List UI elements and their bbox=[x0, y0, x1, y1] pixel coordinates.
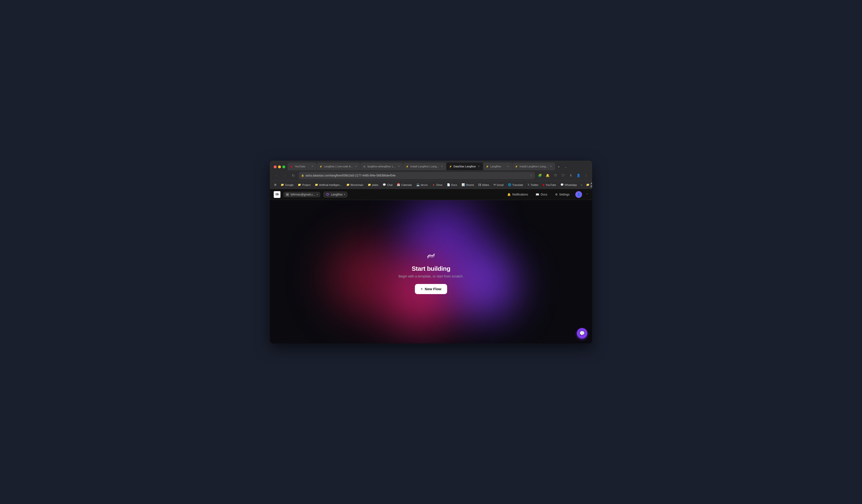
tab-github[interactable]: ⊙ langflow-ai/langflow: L... ✕ bbox=[360, 162, 403, 170]
docs-button[interactable]: 📖 Docs bbox=[534, 191, 549, 197]
bookmark-chat[interactable]: 💬 Chat bbox=[381, 182, 394, 187]
timer-icon[interactable]: ⏱ bbox=[552, 172, 559, 179]
tab-install2-close[interactable]: ✕ bbox=[549, 165, 553, 168]
main-content: Start building Begin with a template, or… bbox=[270, 200, 592, 343]
docs-label: Docs bbox=[541, 193, 547, 196]
tab-youtube-close[interactable]: ✕ bbox=[311, 165, 314, 168]
reload-button[interactable]: ↻ bbox=[290, 172, 297, 179]
workspace-chevron-icon: ▾ bbox=[344, 193, 345, 196]
chat-fab-button[interactable]: 💬 bbox=[577, 328, 587, 339]
app-bar: DS ▤ fyfirman@gmail.c... ▾ Langflow ▾ 🔔 … bbox=[270, 189, 592, 200]
tab-install1[interactable]: ⚡ Install Langflow | Lang... ✕ bbox=[403, 162, 446, 170]
bookmark-whatsapp[interactable]: 💬 WhatsApp bbox=[559, 182, 579, 187]
bookmark-docs[interactable]: 📄 Docs bbox=[445, 182, 459, 187]
tab-youtube[interactable]: ▶ YouTube ✕ bbox=[288, 162, 316, 170]
bookmark-apps-grid[interactable]: ⊞ bbox=[272, 182, 278, 187]
bookmark-slides[interactable]: 🎞 Slides bbox=[476, 183, 491, 187]
tab-datastax-close[interactable]: ✕ bbox=[477, 165, 481, 168]
bookmark-project[interactable]: 📁 Project bbox=[296, 182, 312, 187]
plus-icon: + bbox=[421, 287, 423, 291]
github-favicon: ⊙ bbox=[363, 165, 366, 168]
bookmark-calendar[interactable]: 📅 Calendar bbox=[395, 182, 414, 187]
bookmark-drive-label: Drive bbox=[436, 184, 443, 186]
tab-datastax[interactable]: ⚡ DataStax Langflow ✕ bbox=[446, 162, 483, 170]
tab-install2-label: Install Langflow | Lang... bbox=[520, 165, 548, 168]
tab-langflow1[interactable]: ⚡ Langflow | Low-code A... ✕ bbox=[317, 162, 360, 170]
download-icon[interactable]: ⬇ bbox=[567, 172, 574, 179]
url-display: astra.datastax.com/langflow/936b1fa5-217… bbox=[305, 174, 528, 177]
tab-langflow2[interactable]: ⚡ Langflow ✕ bbox=[483, 162, 512, 170]
user-avatar[interactable]: 👤 bbox=[575, 191, 582, 198]
bookmark-devto[interactable]: 💻 dev.to bbox=[414, 182, 430, 187]
install2-favicon: ⚡ bbox=[515, 165, 518, 168]
bookmark-gmail[interactable]: ✉ Gmail bbox=[492, 182, 506, 187]
bookmark-google[interactable]: 📁 Google bbox=[279, 182, 295, 187]
notifications-label: Notifications bbox=[512, 193, 528, 196]
notifications-button[interactable]: 🔔 Notifications bbox=[505, 191, 530, 197]
maximize-button[interactable] bbox=[282, 165, 285, 168]
user-chevron-icon[interactable]: ⌃ bbox=[586, 193, 588, 196]
all-bookmarks-folder[interactable]: 📁 All Bookmarks bbox=[584, 181, 592, 189]
bookmark-twitter[interactable]: 𝕏 Twitter bbox=[525, 182, 540, 187]
center-content: Start building Begin with a template, or… bbox=[399, 250, 463, 294]
close-button[interactable] bbox=[274, 165, 277, 168]
minimize-button[interactable] bbox=[278, 165, 281, 168]
bookmark-sheets[interactable]: 📊 Sheets bbox=[460, 182, 476, 187]
workspace-selector[interactable]: Langflow ▾ bbox=[323, 191, 348, 198]
account-selector[interactable]: ▤ fyfirman@gmail.c... ▾ bbox=[283, 191, 321, 197]
url-input-wrapper[interactable]: 🔒 astra.datastax.com/langflow/936b1fa5-2… bbox=[299, 172, 535, 179]
app-bar-right: 🔔 Notifications 📖 Docs ⚙ Settings 👤 ⌃ bbox=[505, 191, 588, 198]
bookmark-project-label: Project bbox=[302, 184, 310, 186]
bookmark-slides-label: Slides bbox=[482, 184, 489, 186]
book-icon: 📖 bbox=[536, 193, 539, 196]
lock-icon: 🔒 bbox=[301, 174, 304, 177]
chat-icon: 💬 bbox=[579, 331, 585, 336]
bookmarks-right: 📁 All Bookmarks bbox=[584, 181, 592, 189]
menu-icon[interactable]: ⋮ bbox=[583, 172, 589, 179]
bookmark-whatsapp-label: WhatsApp bbox=[565, 184, 577, 186]
bookmark-translate[interactable]: 🌐 Translate bbox=[506, 182, 525, 187]
avatar-icon: 👤 bbox=[577, 193, 580, 196]
all-bookmarks-label: All Bookmarks bbox=[590, 182, 592, 188]
langflow-logo-icon bbox=[425, 250, 437, 261]
tab-install2[interactable]: ⚡ Install Langflow | Lang... ✕ bbox=[512, 162, 555, 170]
bookmark-docs-label: Docs bbox=[451, 184, 457, 186]
account-label: fyfirman@gmail.c... bbox=[290, 193, 315, 196]
bookmark-blockchain-label: Blockchain bbox=[351, 184, 363, 186]
bookmark-gmail-label: Gmail bbox=[497, 184, 504, 186]
tab-langflow2-label: Langflow bbox=[491, 165, 505, 168]
back-button[interactable]: ‹ bbox=[273, 172, 279, 179]
bookmark-drive[interactable]: 🔺 Drive bbox=[430, 182, 444, 187]
tabs-container: ▶ YouTube ✕ ⚡ Langflow | Low-code A... ✕… bbox=[288, 162, 590, 170]
tab-langflow2-close[interactable]: ✕ bbox=[506, 165, 510, 168]
notification-icon[interactable]: 🔔 bbox=[545, 172, 551, 179]
install1-favicon: ⚡ bbox=[405, 165, 409, 168]
bookmark-youtube[interactable]: ▶ YouTube bbox=[541, 182, 558, 187]
bookmarks-more-button[interactable]: » bbox=[579, 182, 584, 188]
bookmark-plabs-label: plabs bbox=[372, 184, 378, 186]
tabs-expand-button[interactable]: ⌄ bbox=[562, 163, 569, 170]
forward-button[interactable]: › bbox=[282, 172, 288, 179]
browser-window: ▶ YouTube ✕ ⚡ Langflow | Low-code A... ✕… bbox=[270, 161, 592, 343]
tab-github-close[interactable]: ✕ bbox=[397, 165, 401, 168]
shield-icon[interactable]: 🛡 bbox=[560, 172, 566, 179]
bookmark-blockchain[interactable]: 📁 Blockchain bbox=[344, 182, 365, 187]
bookmark-ai[interactable]: 📁 Artificial Intelligen... bbox=[313, 182, 344, 187]
extensions-icon[interactable]: 🧩 bbox=[537, 172, 543, 179]
profile-icon[interactable]: 👤 bbox=[575, 172, 582, 179]
gear-icon: ⚙ bbox=[555, 193, 558, 196]
tab-install1-close[interactable]: ✕ bbox=[440, 165, 444, 168]
bookmark-ai-label: Artificial Intelligen... bbox=[319, 184, 342, 186]
bookmark-plabs[interactable]: 📁 plabs bbox=[366, 182, 380, 187]
bookmark-calendar-label: Calendar bbox=[401, 184, 412, 186]
bookmark-sheets-label: Sheets bbox=[466, 184, 474, 186]
settings-button[interactable]: ⚙ Settings bbox=[553, 191, 572, 197]
bookmark-twitter-label: Twitter bbox=[531, 184, 538, 186]
new-tab-button[interactable]: + bbox=[556, 163, 562, 170]
datastax-favicon: ⚡ bbox=[449, 165, 452, 168]
account-chevron-icon: ▾ bbox=[317, 193, 318, 196]
tab-langflow1-close[interactable]: ✕ bbox=[354, 165, 358, 168]
tab-github-label: langflow-ai/langflow: L... bbox=[367, 165, 396, 168]
new-flow-button[interactable]: + New Flow bbox=[415, 284, 447, 294]
bookmark-star-icon[interactable]: ☆ bbox=[530, 174, 533, 177]
